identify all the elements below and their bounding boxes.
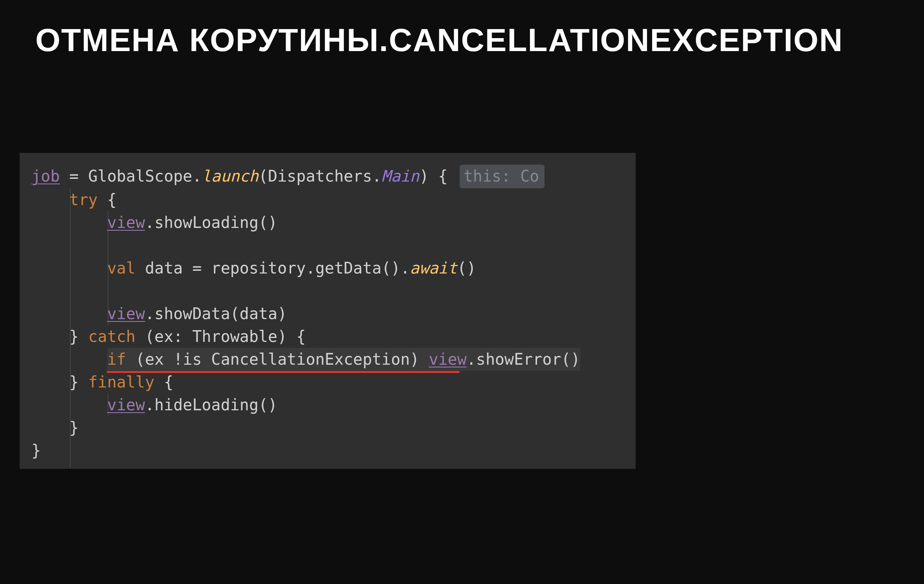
code-pad (31, 259, 107, 277)
kw-try: try (31, 191, 98, 209)
code-pad (31, 213, 107, 231)
code-text: .showData(data) (145, 305, 287, 323)
slide: ОТМЕНА КОРУТИНЫ.CANCELLATIONEXCEPTION jo… (0, 0, 924, 584)
fn-await: await (410, 259, 457, 277)
code-line-blank (31, 234, 624, 257)
code-text: ) { (419, 167, 457, 185)
identifier-view: view (107, 305, 145, 323)
highlighted-segment: if (ex !is CancellationException) view.s… (107, 348, 580, 371)
code-line: try { (31, 188, 624, 211)
red-underline (107, 371, 460, 373)
code-text: { (98, 191, 117, 209)
code-line: if (ex !is CancellationException) view.s… (31, 348, 624, 371)
indent-guide (70, 188, 71, 467)
fn-launch: launch (202, 167, 258, 185)
code-line: } (31, 416, 624, 439)
kw-val: val (107, 259, 136, 277)
indent-guide (108, 211, 108, 325)
code-text: .showError() (467, 350, 580, 368)
code-text: data = repository.getData(). (136, 259, 410, 277)
code-text: (Dispatchers. (258, 167, 381, 185)
code-line-blank (31, 279, 624, 302)
slide-title: ОТМЕНА КОРУТИНЫ.CANCELLATIONEXCEPTION (35, 22, 843, 59)
code-pad (31, 396, 107, 414)
identifier-job: job (31, 167, 60, 185)
code-text: } (31, 327, 88, 345)
code-block: job = GlobalScope.launch(Dispatchers.Mai… (20, 153, 636, 469)
kw-finally: finally (88, 373, 155, 391)
code-line: } finally { (31, 371, 624, 393)
inline-hint: this: Co (460, 165, 545, 188)
code-line: view.showLoading() (31, 211, 624, 234)
type-main: Main (381, 167, 419, 185)
code-text: .hideLoading() (145, 396, 277, 414)
code-pad (31, 350, 107, 368)
code-line: val data = repository.getData().await() (31, 257, 624, 279)
code-line: view.hideLoading() (31, 393, 624, 416)
code-text: () (457, 259, 476, 277)
indent-guide (108, 393, 108, 416)
code-text: (ex: Throwable) { (136, 327, 306, 345)
code-text: } (31, 441, 41, 459)
code-line: view.showData(data) (31, 302, 624, 325)
kw-if: if (107, 350, 126, 368)
code-text: (ex !is CancellationException) (126, 350, 429, 368)
identifier-view: view (107, 213, 145, 231)
code-text: .showLoading() (145, 213, 277, 231)
code-line: job = GlobalScope.launch(Dispatchers.Mai… (31, 165, 624, 188)
kw-catch: catch (88, 327, 136, 345)
code-text: { (154, 373, 173, 391)
code-line: } (31, 439, 624, 462)
code-text: } (31, 373, 88, 391)
code-pad (31, 305, 107, 323)
identifier-view: view (429, 350, 466, 368)
identifier-view: view (107, 396, 145, 414)
code-text: = GlobalScope. (60, 167, 202, 185)
code-text: } (31, 419, 79, 437)
code-line: } catch (ex: Throwable) { (31, 325, 624, 348)
